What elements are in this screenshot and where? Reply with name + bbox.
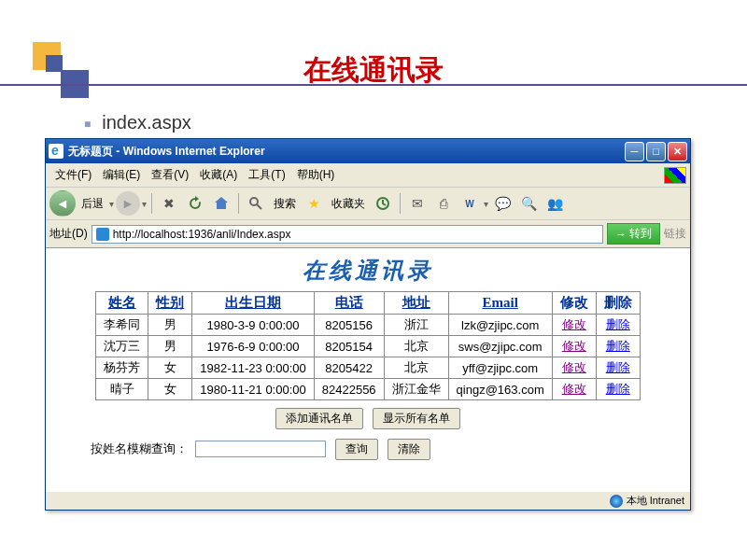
mail-button[interactable]: ✉ <box>405 191 430 216</box>
clear-button[interactable]: 清除 <box>388 439 430 460</box>
windows-flag-icon <box>664 167 686 184</box>
cell-addr: 北京 <box>384 357 448 379</box>
cell-tel: 82422556 <box>314 379 384 400</box>
edit-link[interactable]: 修改 <box>562 382 586 396</box>
table-row: 李希同男1980-3-9 0:00:008205156浙江lzk@zjipc.c… <box>96 315 640 336</box>
links-label[interactable]: 链接 <box>664 226 686 242</box>
contacts-table: 姓名 性别 出生日期 电话 地址 Email 修改 删除 李希同男1980-3-… <box>95 291 640 400</box>
menu-view[interactable]: 查看(V) <box>146 165 194 185</box>
cell-dob: 1982-11-23 0:00:00 <box>192 357 314 379</box>
table-row: 杨芬芳女1982-11-23 0:00:008205422北京yff@zjipc… <box>96 357 640 379</box>
cell-dob: 1980-11-21 0:00:00 <box>192 379 314 400</box>
address-bar: 地址(D) http://localhost:1936/anli/Index.a… <box>46 220 690 248</box>
address-input[interactable]: http://localhost:1936/anli/Index.aspx <box>92 225 603 244</box>
cell-name: 杨芬芳 <box>96 357 148 379</box>
address-label: 地址(D) <box>49 226 88 242</box>
cell-gender: 女 <box>148 357 192 379</box>
slide-title: 在线通讯录 <box>0 51 747 90</box>
delete-link[interactable]: 删除 <box>606 317 630 331</box>
table-header-row: 姓名 性别 出生日期 电话 地址 Email 修改 删除 <box>96 292 640 315</box>
search-input[interactable] <box>195 441 326 457</box>
col-tel[interactable]: 电话 <box>314 292 384 315</box>
forward-button[interactable]: ► <box>116 191 140 216</box>
search-label: 搜索 <box>274 196 296 212</box>
cell-addr: 浙江金华 <box>384 379 448 400</box>
cell-gender: 男 <box>148 315 192 336</box>
show-all-button[interactable]: 显示所有名单 <box>373 408 460 429</box>
edit-link[interactable]: 修改 <box>562 360 586 374</box>
zone-icon <box>610 495 623 508</box>
maximize-button[interactable]: □ <box>646 142 666 161</box>
research-button[interactable]: 🔍 <box>516 191 541 216</box>
toolbar: ◄ 后退 ▾ ► ▾ ✖ 搜索 ★ 收藏夹 ✉ ⎙ W ▾ 💬 🔍 👥 <box>46 188 690 220</box>
cell-gender: 男 <box>148 336 192 357</box>
window-titlebar[interactable]: 无标题页 - Windows Internet Explorer ─ □ ✕ <box>46 139 690 163</box>
menu-edit[interactable]: 编辑(E) <box>97 165 146 185</box>
menu-favorites[interactable]: 收藏(A) <box>194 165 243 185</box>
cell-name: 沈万三 <box>96 336 148 357</box>
cell-name: 晴子 <box>96 379 148 400</box>
favorites-label: 收藏夹 <box>331 196 365 212</box>
url-text: http://localhost:1936/anli/Index.aspx <box>113 228 291 241</box>
delete-link[interactable]: 删除 <box>606 382 630 396</box>
menu-tools[interactable]: 工具(T) <box>243 165 290 185</box>
col-edit: 修改 <box>552 292 596 315</box>
favorites-button[interactable]: ★ <box>302 191 326 216</box>
col-name[interactable]: 姓名 <box>96 292 148 315</box>
stop-button[interactable]: ✖ <box>157 191 181 216</box>
status-bar: 本地 Intranet <box>46 491 690 510</box>
print-button[interactable]: ⎙ <box>431 191 456 216</box>
discuss-button[interactable]: 💬 <box>490 191 514 216</box>
table-row: 晴子女1980-11-21 0:00:0082422556浙江金华qingz@1… <box>96 379 640 400</box>
col-gender[interactable]: 性别 <box>148 292 192 315</box>
col-addr[interactable]: 地址 <box>384 292 448 315</box>
search-label: 按姓名模糊查询： <box>91 441 188 455</box>
page-favicon <box>96 228 109 241</box>
cell-tel: 8205156 <box>314 315 384 336</box>
cell-email: yff@zjipc.com <box>448 357 552 379</box>
history-button[interactable] <box>371 191 395 216</box>
page-content: 在线通讯录 姓名 性别 出生日期 电话 地址 Email 修改 删除 李希同男1… <box>46 248 690 491</box>
back-button[interactable]: ◄ <box>49 190 76 217</box>
table-row: 沈万三男1976-6-9 0:00:008205154北京sws@zjipc.c… <box>96 336 640 357</box>
edit-link[interactable]: 修改 <box>562 339 586 353</box>
col-email[interactable]: Email <box>448 292 552 315</box>
cell-dob: 1976-6-9 0:00:00 <box>192 336 314 357</box>
svg-point-0 <box>250 198 258 205</box>
cell-email: lzk@zjipc.com <box>448 315 552 336</box>
cell-tel: 8205154 <box>314 336 384 357</box>
page-title: 在线通讯录 <box>53 256 683 286</box>
cell-tel: 8205422 <box>314 357 384 379</box>
cell-gender: 女 <box>148 379 192 400</box>
delete-link[interactable]: 删除 <box>606 360 630 374</box>
edit-button[interactable]: W <box>458 191 482 216</box>
cell-addr: 北京 <box>384 336 448 357</box>
ie-icon <box>49 144 63 159</box>
edit-link[interactable]: 修改 <box>562 317 586 331</box>
ie-window: 无标题页 - Windows Internet Explorer ─ □ ✕ 文… <box>45 138 691 511</box>
home-button[interactable] <box>209 191 233 216</box>
col-dob[interactable]: 出生日期 <box>192 292 314 315</box>
col-del: 删除 <box>596 292 640 315</box>
messenger-button[interactable]: 👥 <box>543 191 567 216</box>
search-button[interactable]: 查询 <box>335 439 378 460</box>
cell-dob: 1980-3-9 0:00:00 <box>192 315 314 336</box>
search-button[interactable] <box>244 191 268 216</box>
cell-email: qingz@163.com <box>448 379 552 400</box>
close-button[interactable]: ✕ <box>668 142 687 161</box>
window-title: 无标题页 - Windows Internet Explorer <box>68 144 623 160</box>
menu-bar: 文件(F) 编辑(E) 查看(V) 收藏(A) 工具(T) 帮助(H) <box>46 163 690 188</box>
cell-email: sws@zjipc.com <box>448 336 552 357</box>
delete-link[interactable]: 删除 <box>606 339 630 353</box>
status-text: 本地 Intranet <box>627 494 684 508</box>
refresh-button[interactable] <box>183 191 207 216</box>
minimize-button[interactable]: ─ <box>625 142 644 161</box>
menu-file[interactable]: 文件(F) <box>49 165 97 185</box>
back-label: 后退 <box>81 196 104 212</box>
add-contact-button[interactable]: 添加通讯名单 <box>275 408 363 429</box>
go-button[interactable]: → 转到 <box>607 223 660 245</box>
menu-help[interactable]: 帮助(H) <box>291 165 341 185</box>
cell-addr: 浙江 <box>384 315 448 336</box>
cell-name: 李希同 <box>96 315 148 336</box>
bullet-item: index.aspx <box>84 112 191 133</box>
